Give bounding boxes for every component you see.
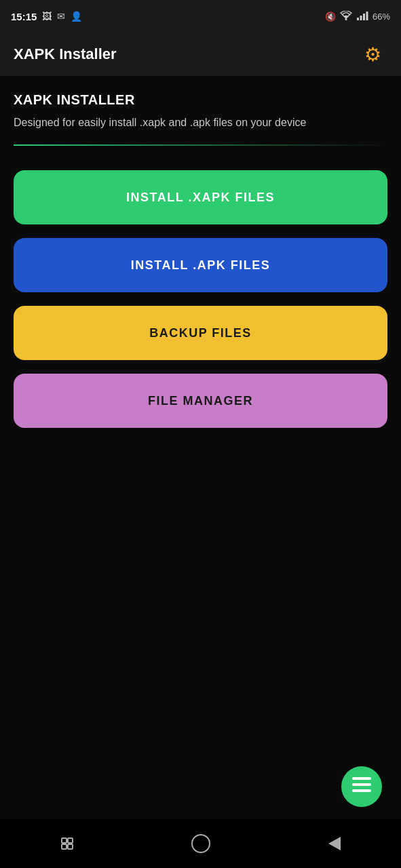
user-icon: 👤 [71, 11, 82, 22]
section-description: Designed for easily install .xapk and .a… [14, 115, 387, 131]
svg-rect-9 [68, 838, 73, 843]
svg-rect-8 [62, 838, 66, 843]
settings-button[interactable]: ⚙ [358, 39, 387, 69]
svg-rect-1 [357, 18, 359, 20]
app-bar: XAPK Installer ⚙ [0, 33, 401, 76]
svg-rect-2 [360, 16, 362, 20]
section-title: XAPK INSTALLER [14, 92, 387, 108]
status-bar: 15:15 🖼 ✉ 👤 🔇 66% [0, 0, 401, 33]
nav-bar [0, 819, 401, 868]
nav-back-button[interactable] [314, 823, 355, 864]
install-xapk-button[interactable]: INSTALL .XAPK FILES [14, 170, 387, 224]
signal-icon [356, 11, 368, 22]
email-icon: ✉ [57, 11, 65, 22]
settings-icon: ⚙ [364, 43, 381, 66]
svg-rect-10 [62, 844, 66, 849]
home-circle-icon [191, 834, 210, 853]
svg-rect-4 [366, 12, 368, 20]
svg-rect-11 [68, 844, 73, 849]
photo-icon: 🖼 [42, 11, 52, 22]
svg-rect-3 [363, 14, 365, 20]
status-bar-left: 15:15 🖼 ✉ 👤 [11, 11, 82, 22]
svg-rect-7 [352, 789, 371, 792]
nav-recents-button[interactable] [47, 823, 88, 864]
app-title: XAPK Installer [14, 45, 117, 63]
file-manager-button[interactable]: FILE MANAGER [14, 374, 387, 428]
svg-rect-5 [352, 777, 371, 780]
mute-icon: 🔇 [325, 12, 336, 22]
battery-text: 66% [373, 12, 390, 22]
svg-rect-6 [352, 783, 371, 786]
status-time: 15:15 [11, 11, 37, 22]
backup-files-button[interactable]: BACKUP FILES [14, 306, 387, 360]
install-apk-button[interactable]: INSTALL .APK FILES [14, 238, 387, 292]
status-bar-right: 🔇 66% [325, 11, 390, 22]
divider [14, 144, 387, 146]
fab-button[interactable] [341, 766, 382, 807]
nav-home-button[interactable] [180, 823, 221, 864]
main-content: XAPK INSTALLER Designed for easily insta… [0, 76, 401, 458]
svg-point-0 [345, 18, 347, 20]
back-arrow-icon [328, 837, 341, 850]
wifi-icon [340, 11, 352, 22]
fab-icon [352, 777, 371, 796]
